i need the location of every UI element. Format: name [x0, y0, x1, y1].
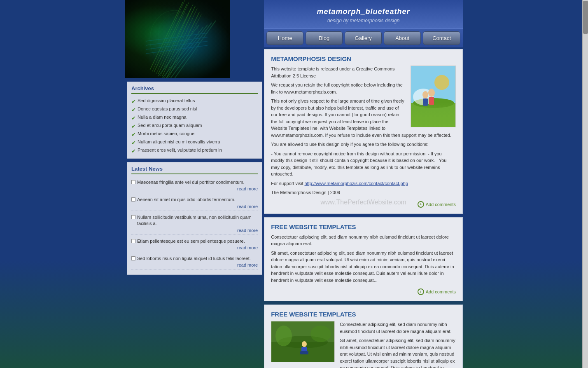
post3-title: FREE WEBSITE TEMPLATES — [271, 311, 456, 318]
svg-point-22 — [150, 10, 199, 68]
read-more-link[interactable]: read more — [131, 263, 258, 267]
svg-point-38 — [302, 341, 307, 347]
archive-item[interactable]: ✔Donec egestas purus sed nisl — [131, 105, 258, 114]
svg-rect-40 — [300, 351, 308, 354]
svg-point-29 — [428, 89, 435, 97]
post-free-templates-2: FREE WEBSITE TEMPLATES Consectetuer adip… — [264, 217, 463, 302]
post-metamorphosis: METAMORPHOSIS DESIGN — [264, 49, 463, 214]
news-text: Sed lobortis risus non ligula aliquet id… — [137, 255, 251, 262]
svg-point-37 — [310, 326, 331, 342]
support-link[interactable]: http://www.metamorphozis.com/contact/con… — [305, 181, 408, 186]
news-item-header: Maecenas fringilla ante vel dui porttito… — [131, 179, 258, 185]
svg-point-27 — [434, 75, 449, 90]
post1-footer: + Add comments — [271, 199, 456, 208]
comment-icon: + — [418, 201, 424, 208]
archive-item[interactable]: ✔Sed dignissim placerat tellus — [131, 97, 258, 105]
check-icon: ✔ — [131, 123, 136, 129]
news-item: Etiam pellentesque est eu sem pellentesq… — [131, 237, 258, 252]
news-item-header: Etiam pellentesque est eu sem pellentesq… — [131, 238, 258, 244]
news-item-header: Sed lobortis risus non ligula aliquet id… — [131, 255, 258, 262]
support-text: For support visit — [271, 181, 303, 186]
archive-item[interactable]: ✔Sed et arcu porta quam aliquam — [131, 122, 258, 130]
nav-home[interactable]: Home — [266, 31, 303, 45]
svg-rect-30 — [429, 97, 434, 105]
read-more-link[interactable]: read more — [131, 245, 258, 250]
news-item-header: Aenean sit amet mi quis odio lobortis fe… — [131, 197, 258, 203]
svg-point-31 — [422, 91, 428, 98]
svg-rect-2 — [125, 0, 230, 78]
archive-item[interactable]: ✔Morbi metus sapien, congue — [131, 130, 258, 138]
news-text: Aenean sit amet mi quis odio lobortis fe… — [137, 197, 235, 203]
check-icon: ✔ — [131, 148, 136, 154]
news-item: Aenean sit amet mi quis odio lobortis fe… — [131, 195, 258, 211]
svg-line-8 — [156, 2, 189, 74]
scrollbar-thumb[interactable] — [583, 1, 588, 34]
svg-point-23 — [158, 12, 199, 62]
svg-line-17 — [158, 25, 199, 76]
svg-line-14 — [170, 23, 212, 78]
site-subtitle: design by metamorphosis design — [264, 18, 463, 23]
svg-line-10 — [164, 8, 197, 78]
svg-line-20 — [146, 41, 208, 49]
nav-about[interactable]: About — [384, 31, 421, 45]
news-checkbox[interactable] — [131, 256, 135, 260]
archive-item[interactable]: ✔Nullam aliquet nisl eu mi convallis viv… — [131, 138, 258, 147]
scrollbar[interactable] — [582, 0, 588, 368]
archive-item[interactable]: ✔Praesent eros velit, vulputate id preti… — [131, 147, 258, 155]
news-checkbox[interactable] — [131, 180, 135, 184]
svg-line-16 — [162, 27, 203, 78]
hero-image — [125, 0, 230, 78]
header: metamorph_bluefeather design by metamorp… — [264, 0, 463, 29]
nav-blog[interactable]: Blog — [306, 31, 343, 45]
post1-title: METAMORPHOSIS DESIGN — [271, 55, 456, 62]
svg-rect-25 — [411, 103, 456, 127]
svg-line-21 — [146, 45, 208, 54]
news-checkbox[interactable] — [131, 197, 135, 202]
nav-gallery[interactable]: Gallery — [345, 31, 382, 45]
post3-content: Consectetuer adipiscing elit, sed diam n… — [271, 321, 456, 368]
nav-bar: Home Blog Gallery About Contact — [264, 29, 463, 47]
svg-line-19 — [146, 37, 208, 45]
post1-add-comments[interactable]: + Add comments — [418, 201, 456, 208]
news-text: Maecenas fringilla ante vel dui porttito… — [137, 179, 244, 185]
svg-point-36 — [275, 326, 292, 346]
site-title: metamorph_bluefeather — [264, 7, 463, 16]
svg-line-7 — [150, 2, 183, 70]
svg-line-15 — [175, 21, 216, 78]
post-free-templates-3: FREE WEBSITE TEMPLATES — [264, 305, 463, 368]
read-more-link[interactable]: read more — [131, 186, 258, 191]
post3-image — [271, 321, 335, 362]
nav-contact[interactable]: Contact — [423, 31, 460, 45]
news-list: Maecenas fringilla ante vel dui porttito… — [131, 178, 258, 270]
svg-line-4 — [162, 6, 195, 76]
news-item: Maecenas fringilla ante vel dui porttito… — [131, 178, 258, 193]
news-checkbox[interactable] — [131, 215, 135, 219]
content-area: METAMORPHOSIS DESIGN — [264, 47, 463, 368]
check-icon: ✔ — [131, 131, 136, 138]
svg-line-3 — [158, 8, 191, 74]
post1-image — [411, 66, 456, 127]
read-more-link[interactable]: read more — [131, 204, 258, 209]
post2-title: FREE WEBSITE TEMPLATES — [271, 223, 456, 230]
svg-line-18 — [146, 33, 208, 41]
news-text: Etiam pellentesque est eu sem pellentesq… — [137, 238, 245, 244]
news-item: Nullam sollicitudin vestibulum urna, non… — [131, 213, 258, 235]
archive-item[interactable]: ✔Nulla a diam nec magna — [131, 114, 258, 122]
post2-footer: + Add comments — [271, 287, 456, 295]
svg-rect-32 — [423, 98, 428, 106]
news-checkbox[interactable] — [131, 239, 135, 243]
archives-title: Archives — [131, 85, 258, 94]
svg-rect-0 — [125, 0, 230, 78]
svg-line-5 — [154, 4, 187, 72]
latest-news-box: Latest News Maecenas fringilla ante vel … — [127, 162, 262, 275]
svg-line-9 — [160, 4, 193, 76]
post2-add-comments[interactable]: + Add comments — [418, 288, 456, 295]
svg-line-12 — [168, 14, 201, 78]
check-icon: ✔ — [131, 107, 136, 113]
news-item-header: Nullam sollicitudin vestibulum urna, non… — [131, 214, 258, 227]
check-icon: ✔ — [131, 115, 136, 121]
comment-icon-2: + — [418, 288, 424, 295]
news-item: Sed lobortis risus non ligula aliquet id… — [131, 254, 258, 270]
news-text: Nullam sollicitudin vestibulum urna, non… — [137, 214, 258, 227]
read-more-link[interactable]: read more — [131, 228, 258, 233]
